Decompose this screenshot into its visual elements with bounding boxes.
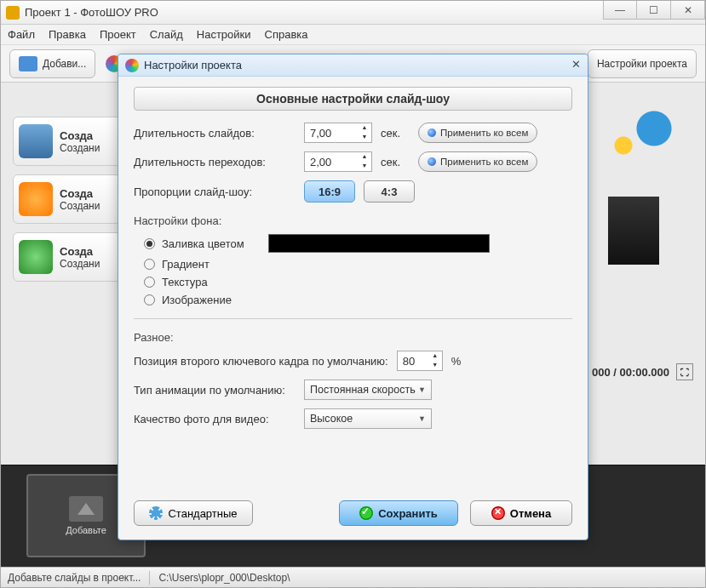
left-card-3[interactable]: СоздаСоздани (13, 232, 132, 282)
spin-down-icon[interactable]: ▼ (358, 162, 371, 171)
project-settings-dialog: Настройки проекта ✕ Основные настройки с… (118, 54, 588, 540)
photo-quality-value: Высокое (310, 413, 353, 425)
misc-group-label: Разное: (134, 331, 572, 344)
bg-color-label: Заливка цветом (162, 237, 244, 250)
keyframe-position-label: Позиция второго ключевого кадра по умолч… (134, 355, 388, 368)
status-path: C:\Users\plopr_000\Desktop\ (158, 572, 290, 584)
spin-up-icon[interactable]: ▲ (358, 123, 371, 133)
seconds-unit: сек. (381, 127, 410, 140)
bg-gradient-radio[interactable] (144, 259, 155, 270)
animation-type-label: Тип анимации по умолчанию: (134, 384, 296, 397)
preview-thumbnail (583, 94, 685, 265)
dialog-titlebar: Настройки проекта ✕ (118, 54, 588, 77)
menu-file[interactable]: Файл (8, 28, 35, 41)
add-button[interactable]: Добави... (9, 49, 95, 78)
sphere-icon (428, 128, 436, 137)
bg-image-label: Изображение (162, 294, 232, 306)
percent-unit: % (451, 355, 462, 368)
slide-duration-input[interactable]: 7,00 ▲▼ (304, 123, 372, 143)
menu-settings[interactable]: Настройки (197, 28, 251, 41)
keyframe-position-input[interactable]: 80 ▲▼ (397, 351, 443, 371)
lc1-sub: Создани (60, 142, 100, 154)
lc2-title: Созда (60, 187, 100, 200)
app-icon (6, 6, 20, 20)
dialog-footer: Стандартные Сохранить Отмена (118, 490, 588, 539)
left-card-2[interactable]: СоздаСоздани (13, 174, 132, 224)
aspect-ratio-label: Пропорции слайд-шоу: (134, 186, 296, 198)
status-hint: Добавьте слайды в проект... (8, 572, 141, 584)
photo-quality-select[interactable]: Высокое ▼ (304, 408, 432, 429)
spin-up-icon[interactable]: ▲ (358, 152, 371, 162)
spin-down-icon[interactable]: ▼ (428, 361, 442, 370)
animation-type-select[interactable]: Постоянная скорость ▼ (304, 380, 432, 400)
image-placeholder-icon (69, 496, 103, 522)
camera-icon (19, 56, 37, 71)
lc3-sub: Создани (60, 258, 100, 270)
background-group-label: Настройки фона: (134, 214, 572, 227)
menu-help[interactable]: Справка (265, 28, 308, 41)
seconds-unit: сек. (381, 156, 410, 168)
apply-all-transition-duration-button[interactable]: Применить ко всем (418, 151, 537, 172)
defaults-label: Стандартные (168, 507, 237, 520)
chevron-down-icon: ▼ (418, 414, 426, 423)
status-separator (149, 571, 150, 585)
window-title: Проект 1 - ФотоШОУ PRO (25, 6, 158, 19)
time-display: 000 / 00:00.000 ⛶ (592, 363, 693, 380)
transition-duration-input[interactable]: 2,00 ▲▼ (304, 151, 372, 172)
spin-up-icon[interactable]: ▲ (428, 351, 442, 361)
spin-down-icon[interactable]: ▼ (358, 133, 371, 142)
lc3-title: Созда (60, 245, 100, 258)
close-icon (491, 506, 505, 520)
lc2-sub: Создани (60, 200, 100, 212)
bg-color-swatch[interactable] (268, 234, 490, 253)
menu-edit[interactable]: Правка (49, 28, 86, 41)
add-button-label: Добави... (43, 58, 86, 70)
main-window: Проект 1 - ФотоШОУ PRO — ☐ ✕ Файл Правка… (0, 0, 706, 588)
apply-all-slide-duration-button[interactable]: Применить ко всем (418, 123, 537, 143)
save-button[interactable]: Сохранить (339, 500, 458, 526)
titlebar: Проект 1 - ФотоШОУ PRO — ☐ ✕ (1, 1, 705, 25)
sphere-icon (428, 157, 436, 166)
fire-icon (19, 182, 53, 216)
bg-gradient-label: Градиент (162, 258, 210, 271)
transition-duration-value: 2,00 (310, 156, 331, 168)
photo-quality-label: Качество фото для видео: (134, 413, 296, 425)
close-button[interactable]: ✕ (671, 1, 705, 20)
bg-texture-radio[interactable] (144, 277, 155, 288)
time-text: 000 / 00:00.000 (592, 366, 669, 379)
chevron-down-icon: ▼ (418, 385, 426, 394)
gear-icon (149, 506, 163, 520)
dialog-title: Настройки проекта (144, 59, 242, 71)
menu-slide[interactable]: Слайд (150, 28, 183, 41)
defaults-button[interactable]: Стандартные (134, 500, 253, 526)
keyframe-position-value: 80 (403, 355, 415, 368)
cancel-button[interactable]: Отмена (470, 500, 572, 526)
bg-image-radio[interactable] (144, 294, 155, 305)
left-panel: СоздаСоздани СоздаСоздани СоздаСоздани (13, 117, 132, 282)
menubar: Файл Правка Проект Слайд Настройки Справ… (1, 25, 705, 45)
minimize-button[interactable]: — (603, 1, 637, 20)
animation-type-value: Постоянная скорость (310, 384, 416, 396)
check-icon (359, 506, 373, 520)
dialog-close-button[interactable]: ✕ (569, 59, 583, 72)
slide-duration-label: Длительность слайдов: (134, 127, 296, 140)
cancel-label: Отмена (510, 507, 551, 520)
left-card-1[interactable]: СоздаСоздани (13, 117, 132, 166)
lc1-title: Созда (60, 129, 100, 142)
section-main-header: Основные настройки слайд-шоу (134, 87, 572, 111)
bg-color-radio[interactable] (144, 238, 155, 249)
maximize-button[interactable]: ☐ (637, 1, 671, 20)
preview-area (583, 94, 693, 350)
project-settings-button[interactable]: Настройки проекта (588, 49, 697, 78)
slide-duration-value: 7,00 (310, 127, 331, 140)
divider (134, 318, 572, 319)
bg-texture-label: Текстура (162, 276, 208, 288)
statusbar: Добавьте слайды в проект... C:\Users\plo… (1, 567, 705, 587)
palette-icon (125, 59, 139, 72)
save-label: Сохранить (378, 507, 438, 520)
aspect-169-button[interactable]: 16:9 (304, 180, 355, 203)
fullscreen-icon[interactable]: ⛶ (676, 363, 693, 380)
menu-project[interactable]: Проект (100, 28, 136, 41)
aspect-43-button[interactable]: 4:3 (364, 180, 415, 203)
music-slides-icon (19, 124, 53, 158)
